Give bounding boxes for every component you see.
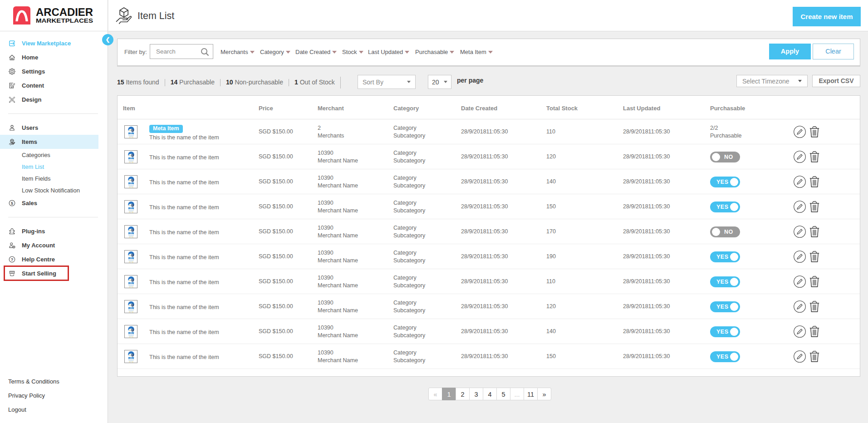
svg-text:MARKETPLACES: MARKETPLACES [36, 18, 93, 24]
svg-text:?: ? [11, 257, 14, 262]
svg-text:$: $ [11, 201, 13, 206]
svg-text:ARCADIER: ARCADIER [36, 6, 93, 18]
